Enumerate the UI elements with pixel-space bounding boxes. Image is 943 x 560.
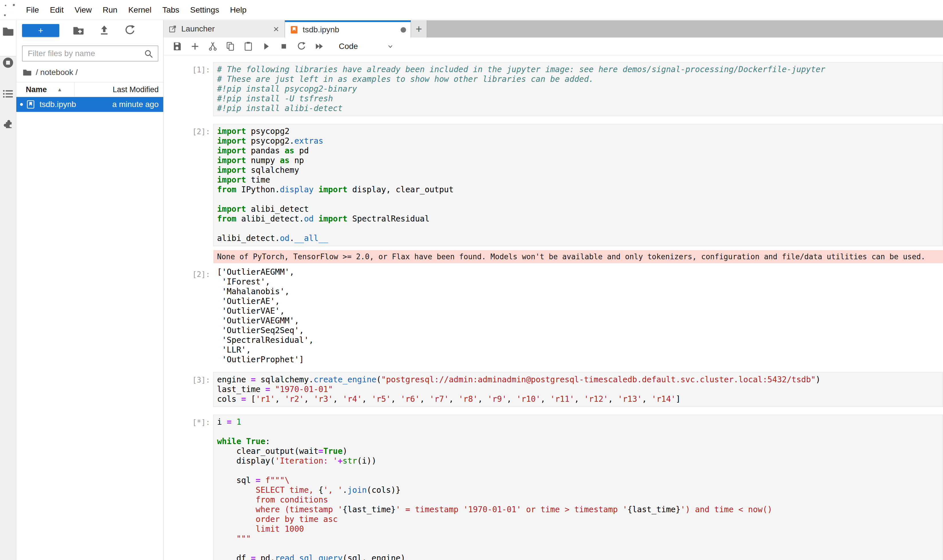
code-line: i = 1 bbox=[217, 417, 941, 427]
folder-icon[interactable] bbox=[2, 25, 15, 38]
menu-view[interactable]: View bbox=[69, 0, 97, 20]
stderr-warning-output: None of PyTorch, TensorFlow >= 2.0, or F… bbox=[213, 250, 943, 263]
running-sessions-icon[interactable] bbox=[2, 56, 15, 69]
jupyter-logo-icon bbox=[2, 3, 17, 17]
tab-tsdb-label: tsdb.ipynb bbox=[303, 25, 401, 34]
code-line: alibi_detect.od.__all__ bbox=[217, 234, 941, 243]
menu-run[interactable]: Run bbox=[97, 0, 123, 20]
code-editor[interactable]: i = 1 while True: clear_output(wait=True… bbox=[213, 415, 943, 560]
restart-kernel-button[interactable] bbox=[295, 40, 308, 53]
code-line: # The following libraries have already b… bbox=[217, 65, 941, 74]
code-line: from conditions bbox=[217, 495, 941, 505]
menu-settings[interactable]: Settings bbox=[185, 0, 224, 20]
cut-scissors-icon bbox=[207, 41, 218, 52]
running-kernel-dot bbox=[20, 103, 23, 106]
interrupt-kernel-button[interactable] bbox=[278, 40, 290, 53]
code-line: order by time asc bbox=[217, 514, 941, 524]
code-line: """ bbox=[217, 534, 941, 544]
new-folder-icon bbox=[72, 24, 85, 37]
paste-clipboard-icon bbox=[243, 41, 254, 52]
save-button[interactable] bbox=[171, 40, 184, 53]
cell-type-dropdown[interactable]: Code bbox=[339, 42, 395, 51]
paste-cells-button[interactable] bbox=[242, 40, 255, 53]
code-line: SELECT time, {', '.join(cols)} bbox=[217, 485, 941, 495]
code-line: sql = f"""\ bbox=[217, 475, 941, 485]
input-prompt: [1]: bbox=[164, 62, 213, 116]
notebook-toolbar: Code bbox=[164, 37, 943, 55]
run-cell-button[interactable] bbox=[260, 40, 272, 53]
output-text: ['OutlierAEGMM', 'IForest', 'Mahalanobis… bbox=[213, 267, 943, 365]
file-modified: a minute ago bbox=[76, 100, 163, 109]
code-line bbox=[217, 427, 941, 437]
extensions-puzzle-icon[interactable] bbox=[2, 117, 15, 130]
dock-tab-bar: Launcher × tsdb.ipynb + bbox=[164, 20, 943, 37]
code-line bbox=[217, 466, 941, 475]
column-name-header[interactable]: Name ▲ bbox=[16, 82, 74, 97]
new-folder-button[interactable] bbox=[72, 24, 85, 37]
code-line: import psycopg2.extras bbox=[217, 136, 941, 146]
run-icon bbox=[261, 41, 272, 52]
code-cell: [*]:i = 1 while True: clear_output(wait=… bbox=[164, 415, 943, 560]
code-line: from IPython.display import display, cle… bbox=[217, 185, 941, 195]
code-line: clear_output(wait=True) bbox=[217, 446, 941, 456]
menu-kernel[interactable]: Kernel bbox=[123, 0, 157, 20]
breadcrumb[interactable]: / notebook / bbox=[16, 62, 163, 81]
input-prompt: [2]: bbox=[164, 124, 213, 246]
file-row-tsdb[interactable]: tsdb.ipynb a minute ago bbox=[16, 97, 163, 112]
cut-cells-button[interactable] bbox=[207, 40, 219, 53]
copy-cells-button[interactable] bbox=[224, 40, 237, 53]
new-launcher-button[interactable]: + bbox=[22, 24, 59, 37]
code-line: # These are just left in as examples to … bbox=[217, 74, 941, 84]
input-prompt: [3]: bbox=[164, 372, 213, 407]
add-cell-button[interactable] bbox=[189, 40, 201, 53]
file-browser-panel: + bbox=[16, 20, 164, 560]
refresh-button[interactable] bbox=[123, 24, 137, 37]
code-line bbox=[217, 195, 941, 204]
menu-tabs[interactable]: Tabs bbox=[157, 0, 185, 20]
menu-help[interactable]: Help bbox=[224, 0, 252, 20]
tab-tsdb-notebook[interactable]: tsdb.ipynb bbox=[285, 20, 411, 37]
close-tab-icon[interactable]: × bbox=[272, 23, 280, 35]
code-editor[interactable]: import psycopg2import psycopg2.extrasimp… bbox=[213, 124, 943, 246]
sidebar-tab-strip bbox=[0, 20, 16, 560]
tab-launcher[interactable]: Launcher × bbox=[164, 20, 285, 37]
code-line bbox=[217, 544, 941, 554]
menu-edit[interactable]: Edit bbox=[45, 0, 69, 20]
code-line: import numpy as np bbox=[217, 156, 941, 165]
search-icon bbox=[143, 48, 154, 59]
tab-bar-filler bbox=[427, 20, 943, 37]
code-line: engine = sqlalchemy.create_engine("postg… bbox=[217, 375, 941, 385]
menu-file[interactable]: File bbox=[21, 0, 45, 20]
restart-run-all-button[interactable] bbox=[313, 40, 326, 53]
jupyterlab-app: FileEditViewRunKernelTabsSettingsHelp bbox=[0, 0, 943, 560]
column-modified-header[interactable]: Last Modified bbox=[74, 85, 163, 94]
code-line: where (timestamp '{last_time}' = timesta… bbox=[217, 505, 941, 514]
code-line: #!pip install -U tsfresh bbox=[217, 94, 941, 104]
code-line: import time bbox=[217, 175, 941, 185]
code-editor[interactable]: engine = sqlalchemy.create_engine("postg… bbox=[213, 372, 943, 407]
code-editor[interactable]: # The following libraries have already b… bbox=[213, 62, 943, 116]
upload-icon bbox=[98, 24, 111, 37]
code-line: from alibi_detect.od import SpectralResi… bbox=[217, 214, 941, 224]
copy-icon bbox=[225, 41, 236, 52]
notebook-file-icon bbox=[26, 100, 35, 109]
code-line: import alibi_detect bbox=[217, 204, 941, 214]
code-line: import psycopg2 bbox=[217, 126, 941, 136]
filter-files-input[interactable] bbox=[22, 46, 158, 62]
refresh-icon bbox=[123, 24, 137, 37]
unsaved-changes-dot-icon bbox=[401, 27, 406, 32]
code-cell: [1]:# The following libraries have alrea… bbox=[164, 62, 943, 116]
cell-type-value: Code bbox=[339, 42, 358, 51]
tab-launcher-label: Launcher bbox=[181, 24, 272, 34]
file-browser-toolbar: + bbox=[16, 20, 163, 38]
restart-icon bbox=[296, 41, 307, 52]
execute-result-output: [2]:['OutlierAEGMM', 'IForest', 'Mahalan… bbox=[164, 267, 943, 365]
code-line bbox=[217, 224, 941, 234]
code-line: last_time = "1970-01-01" bbox=[217, 385, 941, 394]
code-line: #!pip install alibi-detect bbox=[217, 104, 941, 113]
new-tab-button[interactable]: + bbox=[411, 20, 427, 37]
upload-button[interactable] bbox=[98, 24, 111, 37]
table-of-contents-icon[interactable] bbox=[2, 87, 15, 100]
notebook-icon bbox=[290, 25, 299, 34]
chevron-down-icon bbox=[386, 42, 395, 51]
